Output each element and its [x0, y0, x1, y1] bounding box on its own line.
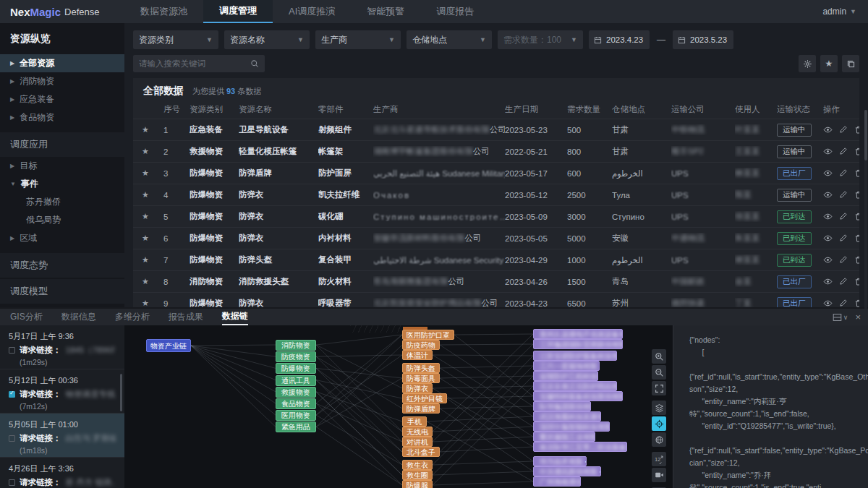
bottom-tab-5[interactable]: 数据链	[222, 309, 248, 325]
settings-button[interactable]	[799, 55, 816, 72]
column-header-资源名称[interactable]: 资源名称	[239, 104, 318, 115]
column-header-序号[interactable]: 序号	[163, 104, 190, 115]
favorite-star-icon[interactable]: ★	[142, 147, 163, 156]
delete-icon[interactable]	[854, 255, 859, 265]
table-row[interactable]: ★5防爆物资防弹衣碳化硼Ступино машиностроите…2023-0…	[133, 205, 859, 227]
view-icon[interactable]	[823, 299, 833, 307]
delete-icon[interactable]	[854, 125, 859, 134]
request-checkbox[interactable]	[9, 435, 15, 442]
graph-node-category[interactable]: 防疫物资	[276, 351, 316, 362]
nav-tab-1[interactable]: 数据资源池	[124, 0, 203, 23]
nav-tab-2[interactable]: 调度管理	[203, 0, 273, 23]
table-row[interactable]: ★6防爆物资防弹衣内衬材料安徽华茂新材料股份有限公司2023-05-055000…	[133, 227, 859, 249]
table-row[interactable]: ★4防爆物资防弹衣凯夫拉纤维Очаков2023-05-122500ТулаUP…	[133, 184, 859, 205]
edit-icon[interactable]	[839, 147, 848, 155]
request-link[interactable]: 白宫与 罗斯福号 链路…	[66, 433, 116, 444]
column-header-仓储地点[interactable]: 仓储地点	[612, 104, 671, 115]
sidebar-item-目标[interactable]: ▶目标	[0, 157, 124, 175]
table-row[interactable]: ★1应急装备卫星导航设备射频组件北京北斗星通导航技术股份有限公司2023-05-…	[133, 119, 859, 140]
graph-node-company[interactable]: 金陵防护工程科技有限 公司	[533, 371, 598, 381]
layout-toggle-button[interactable]: ∨	[833, 313, 848, 322]
graph-node-item[interactable]: 北斗盒子	[402, 447, 440, 457]
view-icon[interactable]	[823, 147, 833, 156]
graph-node-category[interactable]: 紧急用品	[276, 421, 316, 432]
edit-icon[interactable]	[839, 125, 848, 134]
delete-icon[interactable]	[854, 190, 859, 200]
graph-node-company[interactable]: 重庆嘉陵工业有限 公司	[533, 432, 595, 442]
zoom-in-button[interactable]	[652, 349, 666, 364]
favorite-star-icon[interactable]: ★	[142, 168, 163, 178]
nav-tab-3[interactable]: AI调度推演	[273, 0, 351, 23]
request-list-scrollbar[interactable]	[120, 374, 122, 411]
column-header-使用人[interactable]: 使用人	[735, 104, 777, 115]
table-row[interactable]: ★8消防物资消防救援头盔防火材料青岛海丽雅集团有限公司2023-04-26150…	[133, 270, 859, 292]
table-row[interactable]: ★9防爆物资防弹衣呼吸器带北京凯安盾安全防护用品有限公司2023-04-2365…	[133, 292, 859, 307]
column-header-运输公司[interactable]: 运输公司	[671, 104, 735, 115]
delete-icon[interactable]	[854, 147, 859, 156]
request-link[interactable]: 物资调度专线 链路…	[66, 389, 116, 400]
view-icon[interactable]	[823, 255, 833, 265]
graph-node-category[interactable]: 医用物资	[276, 410, 316, 421]
copy-button[interactable]	[842, 55, 859, 72]
bottom-tab-2[interactable]: 数据信息	[61, 309, 96, 325]
request-checkbox[interactable]	[9, 479, 15, 486]
table-row[interactable]: ★2救援物资轻量化模压帐篷帐篷架湖南博宇帐篷集团股份有限公司2022-05-21…	[133, 140, 859, 162]
graph-node-item[interactable]: 防疫药物	[402, 340, 440, 350]
column-header-零部件[interactable]: 零部件	[318, 104, 373, 115]
filter-dropdown-2[interactable]: 资源名称▼	[224, 30, 310, 49]
column-header-需求数量[interactable]: 需求数量	[567, 104, 612, 115]
date-end-picker[interactable]: 2023.5.23	[673, 30, 733, 49]
graph-node-item[interactable]: 防弹盾牌	[402, 403, 440, 414]
main-scrollbar[interactable]	[864, 110, 867, 312]
user-menu[interactable]: admin ▼	[822, 0, 868, 23]
nav-tab-4[interactable]: 智能预警	[351, 0, 420, 23]
filter-quantity[interactable]: 需求数量：100▼	[498, 30, 583, 49]
sidebar-item-全部资源[interactable]: ▶全部资源	[0, 54, 124, 72]
bottom-tab-3[interactable]: 多维分析	[115, 309, 150, 325]
theme-button[interactable]	[652, 432, 666, 447]
edit-icon[interactable]	[839, 234, 848, 242]
sidebar-item-消防物资[interactable]: ▶消防物资	[0, 72, 124, 90]
graph-node-company[interactable]: 三环集团国际贸易股份有限 公司	[533, 339, 623, 349]
graph-node-category[interactable]: 食品物资	[276, 398, 316, 409]
favorite-star-icon[interactable]: ★	[142, 234, 163, 243]
graph-node-company[interactable]: 江苏安诺防护装备科技有限 公司	[533, 351, 617, 361]
graph-node-company[interactable]: 武汉海翼科技发展有限 公司	[533, 411, 601, 421]
table-row[interactable]: ★7防爆物资防弹头盔复合装甲شرطة الاحتياطي Sudanese Se…	[133, 249, 859, 270]
edit-icon[interactable]	[839, 277, 848, 286]
graph-node-company[interactable]: 三六一度服饰有限 公司	[533, 361, 600, 371]
search-input[interactable]	[139, 59, 240, 68]
column-header-资源类别[interactable]: 资源类别	[190, 104, 239, 115]
request-item[interactable]: 5月17日 上午 9:36请求链接：1845（7896行预警）…(1m29s)	[0, 325, 124, 369]
search-icon[interactable]	[250, 59, 259, 68]
view-icon[interactable]	[823, 168, 833, 178]
graph-node-company[interactable]: 安徽特种装备科技股份有限 公司	[533, 391, 623, 401]
view-icon[interactable]	[823, 125, 833, 134]
fit-screen-button[interactable]	[652, 381, 666, 395]
close-panel-button[interactable]: ×	[855, 312, 861, 322]
zoom-out-button[interactable]	[652, 365, 666, 380]
graph-node-company[interactable]: 贵州久远通电子信息设备有限 公司	[533, 329, 623, 339]
request-item[interactable]: 5月05日 上午 01:00请求链接：白宫与 罗斯福号 链路…(1m18s)	[0, 414, 124, 458]
graph-node-item[interactable]: 救生圈	[402, 470, 433, 480]
view-icon[interactable]	[823, 212, 833, 221]
column-header-生产日期[interactable]: 生产日期	[505, 104, 567, 115]
edit-icon[interactable]	[839, 190, 848, 199]
graph-node-category[interactable]: 通讯工具	[276, 375, 316, 386]
layers-button[interactable]	[652, 401, 666, 415]
edit-icon[interactable]	[839, 255, 848, 264]
column-header-生产商[interactable]: 生产商	[373, 104, 505, 115]
graph-node-company[interactable]: 深圳中集智能科技有限 公司	[533, 421, 610, 432]
table-row[interactable]: ★3防爆物资防弹盾牌防护面屏هيئة التصنيع الحربي Sudane…	[133, 162, 859, 184]
sidebar-section-situation[interactable]: 调度态势	[0, 253, 124, 278]
graph-node-company[interactable]: 南京际华三五零二职业装备有限 公司	[533, 442, 627, 452]
request-checkbox[interactable]	[9, 391, 15, 398]
edit-icon[interactable]	[839, 299, 848, 307]
request-checkbox[interactable]	[9, 347, 15, 354]
resize-button[interactable]: 12	[652, 452, 666, 466]
delete-icon[interactable]	[854, 212, 859, 221]
delete-icon[interactable]	[854, 168, 859, 178]
graph-node-item[interactable]: 救生衣	[402, 460, 433, 470]
graph-node-root[interactable]: 物资产业链	[146, 339, 191, 352]
favorite-star-icon[interactable]: ★	[142, 212, 163, 221]
